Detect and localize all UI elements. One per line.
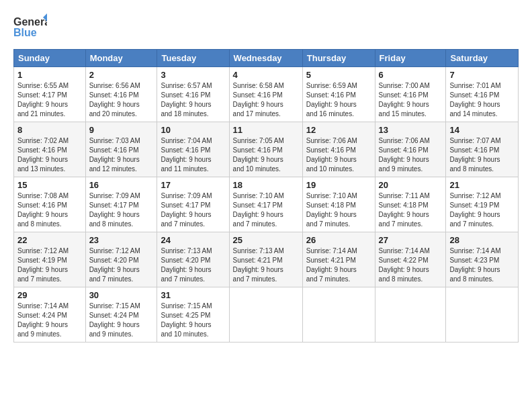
day-number: 31: [161, 290, 225, 300]
calendar-week-row: 8Sunrise: 7:02 AM Sunset: 4:16 PM Daylig…: [14, 122, 519, 177]
svg-text:Blue: Blue: [13, 27, 37, 38]
day-number: 21: [449, 180, 515, 190]
calendar-cell: [229, 287, 302, 342]
day-number: 11: [233, 125, 299, 135]
calendar-cell: 12Sunrise: 7:06 AM Sunset: 4:16 PM Dayli…: [302, 122, 375, 177]
calendar-cell: 21Sunrise: 7:12 AM Sunset: 4:19 PM Dayli…: [446, 177, 519, 232]
day-number: 23: [89, 235, 154, 245]
weekday-header-friday: Friday: [375, 50, 446, 67]
calendar-cell: 8Sunrise: 7:02 AM Sunset: 4:16 PM Daylig…: [14, 122, 86, 177]
day-info: Sunrise: 7:12 AM Sunset: 4:19 PM Dayligh…: [449, 191, 515, 229]
day-number: 26: [306, 235, 371, 245]
day-info: Sunrise: 7:12 AM Sunset: 4:20 PM Dayligh…: [89, 246, 154, 284]
calendar-cell: 10Sunrise: 7:04 AM Sunset: 4:16 PM Dayli…: [157, 122, 229, 177]
day-number: 7: [449, 70, 515, 80]
calendar-cell: 3Sunrise: 6:57 AM Sunset: 4:16 PM Daylig…: [157, 67, 229, 122]
calendar-week-row: 15Sunrise: 7:08 AM Sunset: 4:16 PM Dayli…: [14, 177, 519, 232]
calendar-cell: 27Sunrise: 7:14 AM Sunset: 4:22 PM Dayli…: [375, 232, 446, 287]
day-info: Sunrise: 7:13 AM Sunset: 4:20 PM Dayligh…: [161, 246, 225, 284]
day-info: Sunrise: 7:14 AM Sunset: 4:21 PM Dayligh…: [306, 246, 371, 284]
calendar-cell: 9Sunrise: 7:03 AM Sunset: 4:16 PM Daylig…: [85, 122, 157, 177]
day-number: 14: [449, 125, 515, 135]
calendar-cell: 7Sunrise: 7:01 AM Sunset: 4:16 PM Daylig…: [446, 67, 519, 122]
day-info: Sunrise: 7:10 AM Sunset: 4:18 PM Dayligh…: [306, 191, 371, 229]
day-number: 28: [449, 235, 515, 245]
calendar-cell: 22Sunrise: 7:12 AM Sunset: 4:19 PM Dayli…: [14, 232, 86, 287]
calendar-cell: 31Sunrise: 7:15 AM Sunset: 4:25 PM Dayli…: [157, 287, 229, 342]
day-info: Sunrise: 7:04 AM Sunset: 4:16 PM Dayligh…: [161, 136, 225, 174]
weekday-header-monday: Monday: [85, 50, 157, 67]
day-info: Sunrise: 7:01 AM Sunset: 4:16 PM Dayligh…: [449, 81, 515, 119]
calendar-cell: 5Sunrise: 6:59 AM Sunset: 4:16 PM Daylig…: [302, 67, 375, 122]
day-info: Sunrise: 7:11 AM Sunset: 4:18 PM Dayligh…: [379, 191, 443, 229]
calendar-cell: 13Sunrise: 7:06 AM Sunset: 4:16 PM Dayli…: [375, 122, 446, 177]
calendar-cell: 15Sunrise: 7:08 AM Sunset: 4:16 PM Dayli…: [14, 177, 86, 232]
day-info: Sunrise: 7:02 AM Sunset: 4:16 PM Dayligh…: [17, 136, 82, 174]
day-info: Sunrise: 7:10 AM Sunset: 4:17 PM Dayligh…: [233, 191, 299, 229]
day-number: 1: [17, 70, 82, 80]
day-info: Sunrise: 7:06 AM Sunset: 4:16 PM Dayligh…: [379, 136, 443, 174]
day-number: 15: [17, 180, 82, 190]
calendar-cell: 2Sunrise: 6:56 AM Sunset: 4:16 PM Daylig…: [85, 67, 157, 122]
calendar-page: General Blue SundayMondayTuesdayWednesda…: [0, 0, 532, 411]
calendar-cell: 25Sunrise: 7:13 AM Sunset: 4:21 PM Dayli…: [229, 232, 302, 287]
svg-text:General: General: [13, 16, 47, 28]
calendar-week-row: 29Sunrise: 7:14 AM Sunset: 4:24 PM Dayli…: [14, 287, 519, 342]
logo-icon: General Blue: [13, 12, 47, 42]
calendar-cell: 1Sunrise: 6:55 AM Sunset: 4:17 PM Daylig…: [14, 67, 86, 122]
day-info: Sunrise: 7:12 AM Sunset: 4:19 PM Dayligh…: [17, 246, 82, 284]
logo: General Blue: [13, 12, 47, 42]
day-number: 18: [233, 180, 299, 190]
calendar-cell: 17Sunrise: 7:09 AM Sunset: 4:17 PM Dayli…: [157, 177, 229, 232]
day-number: 29: [17, 290, 82, 300]
day-number: 22: [17, 235, 82, 245]
day-info: Sunrise: 6:58 AM Sunset: 4:16 PM Dayligh…: [233, 81, 299, 119]
calendar-cell: 24Sunrise: 7:13 AM Sunset: 4:20 PM Dayli…: [157, 232, 229, 287]
day-number: 30: [89, 290, 154, 300]
day-number: 25: [233, 235, 299, 245]
day-number: 4: [233, 70, 299, 80]
day-info: Sunrise: 7:07 AM Sunset: 4:16 PM Dayligh…: [449, 136, 515, 174]
day-number: 2: [89, 70, 154, 80]
day-info: Sunrise: 7:08 AM Sunset: 4:16 PM Dayligh…: [17, 191, 82, 229]
calendar-cell: 30Sunrise: 7:15 AM Sunset: 4:24 PM Dayli…: [85, 287, 157, 342]
day-info: Sunrise: 7:03 AM Sunset: 4:16 PM Dayligh…: [89, 136, 154, 174]
weekday-header-thursday: Thursday: [302, 50, 375, 67]
weekday-header-tuesday: Tuesday: [157, 50, 229, 67]
day-number: 27: [379, 235, 443, 245]
calendar-cell: [446, 287, 519, 342]
calendar-cell: 18Sunrise: 7:10 AM Sunset: 4:17 PM Dayli…: [229, 177, 302, 232]
calendar-cell: 11Sunrise: 7:05 AM Sunset: 4:16 PM Dayli…: [229, 122, 302, 177]
calendar-cell: 23Sunrise: 7:12 AM Sunset: 4:20 PM Dayli…: [85, 232, 157, 287]
weekday-header-wednesday: Wednesday: [229, 50, 302, 67]
day-info: Sunrise: 7:06 AM Sunset: 4:16 PM Dayligh…: [306, 136, 371, 174]
calendar-cell: 4Sunrise: 6:58 AM Sunset: 4:16 PM Daylig…: [229, 67, 302, 122]
calendar-cell: 14Sunrise: 7:07 AM Sunset: 4:16 PM Dayli…: [446, 122, 519, 177]
calendar-cell: 26Sunrise: 7:14 AM Sunset: 4:21 PM Dayli…: [302, 232, 375, 287]
calendar-cell: 19Sunrise: 7:10 AM Sunset: 4:18 PM Dayli…: [302, 177, 375, 232]
day-number: 3: [161, 70, 225, 80]
day-number: 17: [161, 180, 225, 190]
calendar-cell: [302, 287, 375, 342]
day-number: 20: [379, 180, 443, 190]
day-info: Sunrise: 7:09 AM Sunset: 4:17 PM Dayligh…: [161, 191, 225, 229]
calendar-cell: [375, 287, 446, 342]
calendar-week-row: 22Sunrise: 7:12 AM Sunset: 4:19 PM Dayli…: [14, 232, 519, 287]
day-info: Sunrise: 7:14 AM Sunset: 4:22 PM Dayligh…: [379, 246, 443, 284]
calendar-cell: 6Sunrise: 7:00 AM Sunset: 4:16 PM Daylig…: [375, 67, 446, 122]
day-number: 9: [89, 125, 154, 135]
calendar-cell: 20Sunrise: 7:11 AM Sunset: 4:18 PM Dayli…: [375, 177, 446, 232]
day-info: Sunrise: 7:13 AM Sunset: 4:21 PM Dayligh…: [233, 246, 299, 284]
page-header: General Blue: [13, 12, 519, 42]
day-info: Sunrise: 6:56 AM Sunset: 4:16 PM Dayligh…: [89, 81, 154, 119]
day-info: Sunrise: 7:14 AM Sunset: 4:23 PM Dayligh…: [449, 246, 515, 284]
day-number: 8: [17, 125, 82, 135]
day-number: 6: [379, 70, 443, 80]
day-number: 12: [306, 125, 371, 135]
day-info: Sunrise: 7:00 AM Sunset: 4:16 PM Dayligh…: [379, 81, 443, 119]
day-info: Sunrise: 7:05 AM Sunset: 4:16 PM Dayligh…: [233, 136, 299, 174]
day-info: Sunrise: 6:59 AM Sunset: 4:16 PM Dayligh…: [306, 81, 371, 119]
calendar-cell: 28Sunrise: 7:14 AM Sunset: 4:23 PM Dayli…: [446, 232, 519, 287]
day-info: Sunrise: 7:14 AM Sunset: 4:24 PM Dayligh…: [17, 302, 82, 339]
day-info: Sunrise: 6:57 AM Sunset: 4:16 PM Dayligh…: [161, 81, 225, 119]
